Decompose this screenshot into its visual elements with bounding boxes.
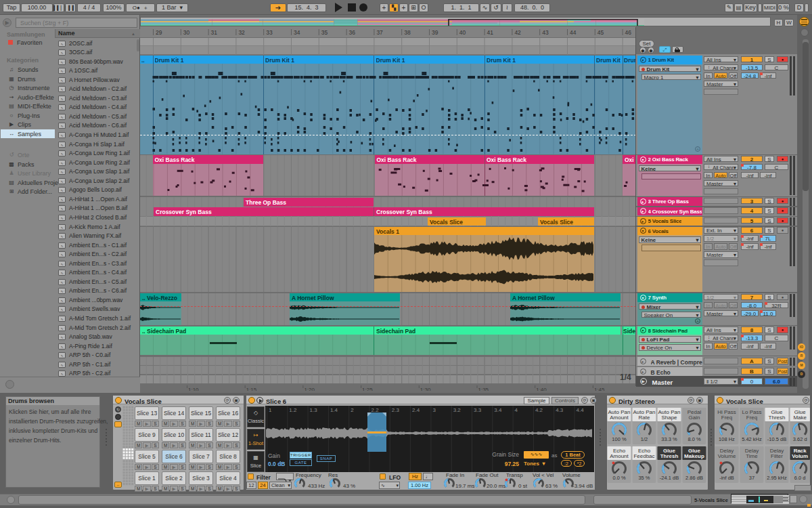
svg-text:32: 32 — [238, 29, 245, 36]
svg-text:4.3: 4.3 — [556, 407, 564, 413]
svg-text:1.3: 1.3 — [310, 407, 318, 413]
svg-text:44: 44 — [570, 29, 577, 36]
svg-text:4.2: 4.2 — [535, 407, 543, 413]
svg-text:Volum: Volum — [792, 453, 808, 459]
svg-text:108 Hz: 108 Hz — [719, 436, 735, 442]
svg-text:46: 46 — [625, 29, 632, 36]
svg-text:37: 37 — [376, 29, 383, 36]
svg-text:Filter: Filter — [771, 453, 783, 459]
svg-text:2.95 kHz: 2.95 kHz — [767, 475, 787, 481]
svg-text:1: 1 — [269, 407, 272, 413]
svg-text:Feedbac: Feedbac — [633, 453, 654, 459]
svg-text:30: 30 — [183, 29, 190, 36]
svg-text:34: 34 — [294, 29, 300, 36]
svg-text:29: 29 — [156, 29, 162, 36]
svg-text:40: 40 — [459, 29, 466, 36]
svg-text:31: 31 — [211, 29, 218, 36]
svg-text:33.3 %: 33.3 % — [661, 436, 677, 442]
svg-text:36: 36 — [349, 29, 356, 36]
svg-text:-24.1 dB: -24.1 dB — [660, 475, 679, 481]
svg-text:2.2: 2.2 — [371, 407, 380, 413]
svg-text:100 %: 100 % — [612, 436, 627, 442]
svg-text:3.62 d: 3.62 d — [793, 436, 807, 442]
svg-text:1/2: 1/2 — [641, 436, 648, 442]
svg-text:35 %: 35 % — [638, 475, 650, 481]
svg-text:0.0 %: 0.0 % — [612, 475, 626, 481]
svg-text:-inf dB: -inf dB — [719, 475, 734, 481]
svg-text:1.4: 1.4 — [330, 407, 338, 413]
svg-text:Freq: Freq — [721, 415, 732, 421]
svg-text:33: 33 — [266, 29, 273, 36]
svg-text:Make: Make — [793, 415, 807, 421]
svg-text:Amount: Amount — [610, 415, 629, 421]
svg-text:2: 2 — [351, 407, 354, 413]
svg-text:Gain: Gain — [689, 415, 700, 421]
svg-text:2.3: 2.3 — [392, 407, 400, 413]
svg-text:Thresh: Thresh — [660, 453, 679, 459]
svg-text:41: 41 — [487, 29, 494, 36]
svg-text:3.3: 3.3 — [474, 407, 482, 413]
svg-text:Rate: Rate — [639, 415, 650, 421]
svg-text:35: 35 — [321, 29, 328, 36]
svg-text:Shape: Shape — [661, 415, 677, 421]
svg-text:45: 45 — [597, 29, 604, 36]
svg-text:6.0 d: 6.0 d — [794, 475, 806, 481]
svg-text:4.4: 4.4 — [577, 407, 585, 413]
svg-text:42: 42 — [514, 29, 521, 36]
svg-text:38: 38 — [404, 29, 411, 36]
svg-text:8.0 %: 8.0 % — [687, 436, 701, 442]
svg-text:2.4: 2.4 — [412, 407, 420, 413]
svg-text:Makeup: Makeup — [684, 453, 704, 459]
svg-text:Freq: Freq — [746, 415, 757, 421]
svg-text:3.2: 3.2 — [453, 407, 461, 413]
svg-text:Thresh: Thresh — [769, 415, 786, 421]
svg-text:-10.5 dB: -10.5 dB — [767, 436, 786, 442]
svg-text:5.42 kHz: 5.42 kHz — [742, 436, 762, 442]
svg-text:39: 39 — [432, 29, 438, 36]
svg-text:Volume: Volume — [718, 453, 736, 459]
svg-text:2.86 dB: 2.86 dB — [685, 475, 703, 481]
svg-text:3.4: 3.4 — [494, 407, 502, 413]
svg-text:43: 43 — [542, 29, 549, 36]
svg-text:Amount: Amount — [610, 453, 629, 459]
svg-text:3: 3 — [432, 407, 436, 413]
svg-text:Time: Time — [746, 453, 758, 459]
svg-text:37: 37 — [749, 475, 754, 481]
svg-text:4: 4 — [515, 407, 518, 413]
svg-text:1.2: 1.2 — [289, 407, 297, 413]
